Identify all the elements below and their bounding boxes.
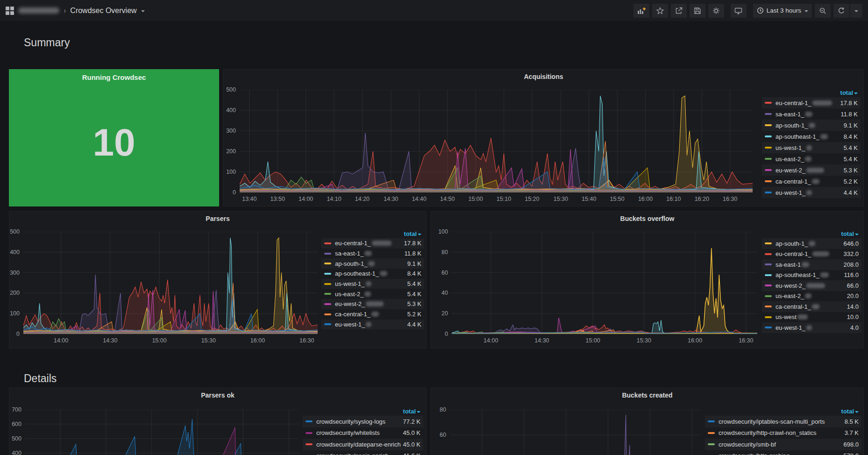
legend-series-name[interactable]: us-east-2_ xyxy=(776,156,811,163)
legend-series-name[interactable]: crowdsecurity/geoip-enrich xyxy=(316,452,389,455)
series-color-icon[interactable] xyxy=(765,253,772,255)
series-color-icon[interactable] xyxy=(765,158,772,160)
series-color-icon[interactable] xyxy=(324,253,331,255)
legend-total-header[interactable]: total xyxy=(303,407,423,416)
legend-series-name[interactable]: eu-west-1_ xyxy=(776,189,812,196)
series-color-icon[interactable] xyxy=(324,242,331,244)
legend-series-name[interactable]: ca-central-1_ xyxy=(335,311,379,318)
series-color-icon[interactable] xyxy=(708,420,715,422)
series-color-icon[interactable] xyxy=(765,135,772,137)
legend-series-name[interactable]: ap-south-1_ xyxy=(335,260,375,267)
legend-series-name[interactable]: ap-southeast-1_ xyxy=(776,133,828,140)
folder-name-redacted[interactable] xyxy=(18,7,59,14)
chart-canvas[interactable] xyxy=(23,232,318,334)
row-header-details[interactable]: Details xyxy=(24,372,57,385)
series-color-icon[interactable] xyxy=(765,102,772,104)
series-color-icon[interactable] xyxy=(765,316,772,318)
series-color-icon[interactable] xyxy=(306,420,313,422)
series-color-icon[interactable] xyxy=(324,313,331,315)
panel-title[interactable]: Acquisitions xyxy=(224,73,863,80)
legend-series-name[interactable]: ap-south-1_ xyxy=(776,240,815,247)
series-color-icon[interactable] xyxy=(765,113,772,115)
series-color-icon[interactable] xyxy=(306,432,313,434)
chart-canvas[interactable] xyxy=(240,90,753,192)
legend-series-name[interactable]: eu-west-2_ xyxy=(335,300,384,307)
series-color-icon[interactable] xyxy=(765,263,772,265)
legend-series-name[interactable]: crowdsecurity/smb-bf xyxy=(719,441,776,448)
series-color-icon[interactable] xyxy=(765,242,772,244)
series-color-icon[interactable] xyxy=(765,147,772,149)
legend-series-name[interactable]: us-west xyxy=(776,313,808,320)
series-color-icon[interactable] xyxy=(324,293,331,295)
refresh-button[interactable] xyxy=(833,4,849,18)
series-color-icon[interactable] xyxy=(765,274,772,276)
legend-series-name[interactable]: us-west-1_ xyxy=(776,144,812,151)
legend-series-name[interactable]: ca-central-1_ xyxy=(776,178,819,185)
legend-total-header[interactable]: total xyxy=(762,88,861,97)
legend-total-header[interactable]: total xyxy=(321,229,424,238)
chevron-down-icon[interactable] xyxy=(141,10,145,12)
add-panel-button[interactable] xyxy=(633,4,649,18)
legend-series-name[interactable]: us-west-1_ xyxy=(335,280,371,287)
refresh-interval-dropdown[interactable] xyxy=(850,4,862,18)
legend-series-name[interactable]: crowdsecurity/dateparse-enrich xyxy=(316,441,401,448)
panel-title[interactable]: Parsers xyxy=(9,215,426,222)
series-color-icon[interactable] xyxy=(324,263,331,264)
legend-series-name[interactable]: eu-central-1_ xyxy=(335,240,391,247)
cycle-view-mode-button[interactable] xyxy=(731,4,747,18)
legend-series-name[interactable]: eu-central-1_ xyxy=(776,100,832,107)
series-color-icon[interactable] xyxy=(324,303,331,305)
legend-series-name[interactable]: ca-central-1_ xyxy=(776,303,819,310)
series-color-icon[interactable] xyxy=(324,283,331,285)
panel-title[interactable]: Parsers ok xyxy=(9,391,426,399)
legend-series-name[interactable]: ap-southeast-1_ xyxy=(776,271,829,278)
chart-canvas[interactable] xyxy=(452,232,757,334)
chart-canvas[interactable] xyxy=(450,410,701,455)
series-color-icon[interactable] xyxy=(765,284,772,286)
save-dashboard-button[interactable] xyxy=(690,4,705,18)
legend-series-name[interactable]: crowdsecurity/http-probing xyxy=(719,452,790,455)
legend-series-name[interactable]: sa-east-1_ xyxy=(335,250,372,257)
legend-series-name[interactable]: sa-east-1_ xyxy=(776,111,812,118)
legend-series-name[interactable]: eu-west-2_ xyxy=(776,282,825,289)
series-color-icon[interactable] xyxy=(708,443,715,445)
row-header-summary[interactable]: Summary xyxy=(24,36,70,49)
legend-series-name[interactable]: crowdsecurity/whitelists xyxy=(316,429,380,436)
series-color-icon[interactable] xyxy=(765,180,772,182)
legend-series-name[interactable]: us-east-2_ xyxy=(335,291,371,298)
legend-series-name[interactable]: eu-west-2_ xyxy=(776,167,824,174)
legend-total-header[interactable]: total xyxy=(705,407,861,416)
series-color-icon[interactable] xyxy=(765,327,772,328)
panel-title[interactable]: Buckets created xyxy=(431,391,863,399)
series-color-icon[interactable] xyxy=(708,432,715,434)
chart-canvas[interactable] xyxy=(25,410,299,455)
legend-series-name[interactable]: ap-southeast-1_ xyxy=(335,270,387,277)
legend-series-name[interactable]: us-east-2_ xyxy=(776,292,811,299)
zoom-out-time-button[interactable] xyxy=(815,4,831,18)
dashboard-title[interactable]: Crowdsec Overview xyxy=(70,7,136,15)
series-color-icon[interactable] xyxy=(324,323,331,325)
legend-series-name[interactable]: crowdsecurity/http-crawl-non_statics xyxy=(719,429,817,436)
time-range-picker[interactable]: Last 3 hours xyxy=(753,4,812,18)
legend-series-name[interactable]: eu-central-1_ xyxy=(776,250,829,257)
series-color-icon[interactable] xyxy=(765,124,772,126)
x-axis-label: 13:40 xyxy=(242,196,256,202)
star-dashboard-button[interactable] xyxy=(652,4,668,18)
dashboard-settings-button[interactable] xyxy=(708,4,724,18)
series-color-icon[interactable] xyxy=(765,295,772,297)
panel-title[interactable]: Buckets overflow xyxy=(431,215,863,222)
share-dashboard-button[interactable] xyxy=(671,4,687,18)
legend-series-name[interactable]: eu-west-1_ xyxy=(776,324,812,331)
legend-series-name[interactable]: crowdsecurity/syslog-logs xyxy=(316,418,385,425)
legend-total-header[interactable]: total xyxy=(762,229,861,238)
series-color-icon[interactable] xyxy=(306,443,313,445)
legend-series-name[interactable]: crowdsecurity/iptables-scan-multi_ports xyxy=(719,418,825,425)
dashboards-grid-icon[interactable] xyxy=(6,7,14,15)
legend-series-name[interactable]: ap-south-1_ xyxy=(776,122,815,129)
series-color-icon[interactable] xyxy=(324,273,331,275)
series-color-icon[interactable] xyxy=(765,169,772,171)
series-color-icon[interactable] xyxy=(765,192,772,193)
legend-series-name[interactable]: sa-east-1 xyxy=(776,261,809,268)
legend-series-name[interactable]: eu-west-1_ xyxy=(335,321,371,328)
series-color-icon[interactable] xyxy=(765,306,772,307)
